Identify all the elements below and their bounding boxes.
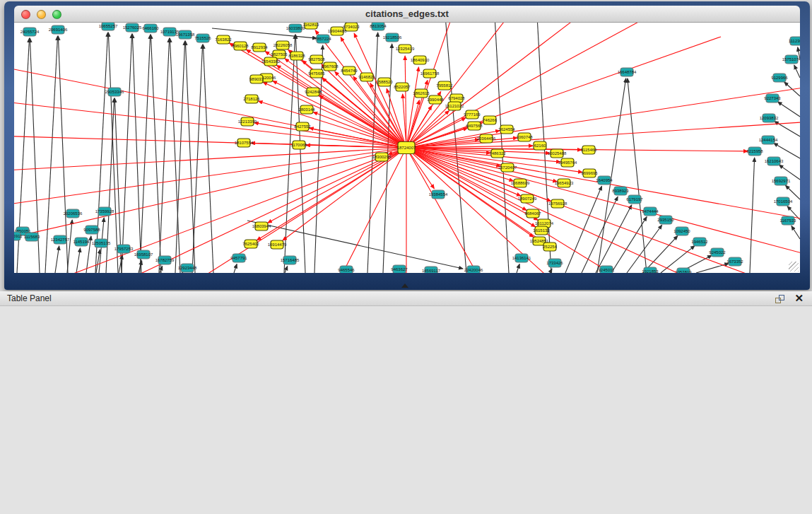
graph-node[interactable]: 19384554: [429, 190, 448, 199]
graph-node[interactable]: 6179197: [626, 195, 643, 204]
graph-node[interactable]: 1162813: [303, 23, 320, 29]
graph-node[interactable]: 16671358: [176, 30, 195, 39]
graph-node[interactable]: 18107554: [235, 139, 254, 147]
graph-node[interactable]: 16961758: [420, 69, 440, 78]
graph-node[interactable]: 1588520: [376, 78, 393, 86]
graph-node[interactable]: 8912934: [251, 43, 268, 52]
graph-node[interactable]: 7486322: [489, 149, 506, 158]
graph-node[interactable]: 252254: [543, 243, 558, 251]
graph-node[interactable]: 8186328: [288, 52, 305, 60]
graph-node[interactable]: 9115460: [581, 146, 598, 154]
graph-node[interactable]: 1167533: [780, 216, 797, 225]
graph-node[interactable]: 12325419: [396, 45, 415, 53]
graph-node[interactable]: 24055724: [20, 28, 40, 36]
graph-node[interactable]: 16648784: [618, 68, 637, 76]
graph-node[interactable]: 16914479: [268, 240, 287, 249]
close-panel-icon[interactable]: ✕: [794, 292, 804, 305]
graph-node[interactable]: 15276025: [123, 23, 142, 32]
graph-node[interactable]: 7163822: [215, 35, 232, 44]
graph-node[interactable]: 14136141: [512, 254, 531, 262]
graph-node[interactable]: 1060748: [516, 133, 533, 141]
graph-node[interactable]: 10655257: [99, 23, 118, 30]
graph-node[interactable]: 17016504: [774, 197, 793, 206]
graph-node[interactable]: 9146821: [358, 73, 375, 81]
graph-node[interactable]: 7515526: [194, 34, 211, 42]
graph-node[interactable]: 9465546: [338, 266, 355, 273]
graph-node[interactable]: 19495764: [558, 158, 577, 167]
graph-node[interactable]: 17359928: [95, 207, 114, 216]
graph-node[interactable]: 1862615: [413, 89, 430, 98]
graph-node[interactable]: 9097588: [83, 226, 100, 234]
graph-node[interactable]: 18724007: [397, 142, 416, 154]
graph-node[interactable]: 1946512: [691, 238, 708, 246]
graph-node[interactable]: 9242848: [305, 88, 322, 96]
graph-node[interactable]: 10025488: [548, 149, 567, 158]
graph-node[interactable]: 8215958: [746, 147, 763, 156]
graph-node[interactable]: 20691406: [49, 25, 68, 34]
graph-node[interactable]: 8960128: [232, 42, 249, 50]
graph-node[interactable]: 1170065: [291, 141, 308, 149]
graph-node[interactable]: 3624554: [498, 125, 515, 134]
graph-node[interactable]: 9245022: [709, 248, 726, 257]
graph-node[interactable]: 1990448: [427, 95, 444, 104]
graph-node[interactable]: 15692971: [772, 177, 791, 185]
graph-node[interactable]: 9129966: [771, 74, 788, 82]
graph-node[interactable]: 12342757: [51, 235, 70, 244]
splitter-collapse-icon[interactable]: [401, 284, 408, 288]
graph-node[interactable]: 8454749: [341, 66, 358, 75]
graph-node[interactable]: 746266: [483, 116, 498, 124]
graph-node[interactable]: 2967608: [322, 62, 339, 71]
graph-node[interactable]: 8522057: [394, 83, 411, 91]
resize-grip-icon[interactable]: [789, 262, 799, 271]
graph-node[interactable]: 989033: [249, 75, 264, 83]
graph-node[interactable]: 2935150: [657, 216, 674, 224]
graph-node[interactable]: 7857224: [314, 35, 331, 43]
graph-node[interactable]: 9827508: [308, 55, 325, 64]
graph-node[interactable]: 1921853: [642, 267, 659, 273]
graph-node[interactable]: 9457791: [230, 254, 247, 262]
graph-node[interactable]: 6794028: [448, 94, 465, 103]
graph-node[interactable]: 9699695: [581, 169, 598, 177]
graph-node[interactable]: 15751074: [782, 55, 800, 64]
graph-node[interactable]: 18907249: [518, 194, 537, 203]
graph-node[interactable]: 16121022: [445, 102, 464, 110]
network-canvas[interactable]: 1872400771638228960128891293428226058982…: [14, 23, 800, 273]
graph-node[interactable]: 9475685: [308, 69, 325, 78]
graph-node[interactable]: 9777169: [464, 110, 481, 119]
graph-node[interactable]: 16803944: [252, 222, 271, 230]
graph-node[interactable]: 1115683: [24, 233, 40, 241]
graph-node[interactable]: 1112304: [789, 37, 800, 45]
graph-node[interactable]: 28226058: [273, 41, 293, 49]
graph-node[interactable]: 9463627: [391, 265, 408, 273]
graph-node[interactable]: 8813054: [370, 23, 387, 30]
network-graph[interactable]: 1872400771638228960128891293428226058982…: [14, 23, 800, 273]
graph-node[interactable]: 1057819: [675, 268, 692, 273]
graph-node[interactable]: 8938923: [612, 187, 629, 195]
graph-node[interactable]: 16210643: [765, 157, 784, 165]
graph-node[interactable]: 9245011: [599, 266, 616, 273]
graph-node[interactable]: 12093832: [760, 114, 779, 122]
graph-node[interactable]: 19218506: [383, 33, 402, 42]
graph-node[interactable]: 12923448: [178, 264, 197, 272]
graph-node[interactable]: 22420046: [464, 266, 483, 273]
graph-node[interactable]: 20364456: [477, 134, 496, 143]
graph-node[interactable]: 1615132: [533, 226, 550, 235]
graph-node[interactable]: 12213399: [238, 117, 257, 126]
network-window-titlebar[interactable]: citations_edges.txt: [14, 6, 800, 23]
graph-node[interactable]: 2718126: [243, 95, 260, 103]
graph-node[interactable]: 14569117: [422, 267, 441, 273]
graph-node[interactable]: 7625402: [242, 240, 259, 248]
graph-node[interactable]: 62160: [534, 141, 546, 150]
graph-node[interactable]: 9474444: [642, 207, 659, 216]
graph-node[interactable]: 16782759: [155, 256, 175, 264]
graph-node[interactable]: 1640954: [596, 176, 613, 185]
graph-node[interactable]: 15720407: [498, 163, 517, 172]
graph-node[interactable]: 6497568: [466, 122, 483, 130]
graph-node[interactable]: 2803144: [298, 105, 315, 114]
graph-node[interactable]: 9227343: [764, 94, 781, 103]
graph-node[interactable]: 8427552: [294, 122, 311, 131]
graph-node[interactable]: 20206536: [64, 209, 83, 218]
graph-node[interactable]: 29053346: [105, 88, 124, 96]
graph-node[interactable]: 12505135: [92, 239, 111, 247]
graph-node[interactable]: 15716485: [281, 256, 300, 264]
